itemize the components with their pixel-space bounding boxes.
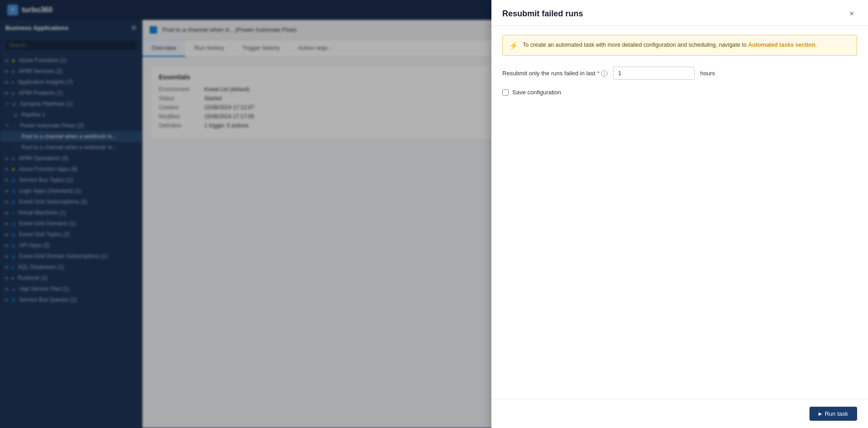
save-config-label: Save configuration [512, 89, 561, 96]
form-label-text: Resubmit only the runs failed in last [502, 70, 595, 77]
save-config-checkbox[interactable] [502, 89, 509, 96]
info-banner: ⚡ To create an automated task with more … [502, 35, 857, 56]
automated-tasks-link[interactable]: Automated tasks section [748, 42, 815, 48]
form-row-hours: Resubmit only the runs failed in last * … [502, 67, 857, 80]
required-indicator: * [597, 70, 599, 77]
run-task-label: Run task [825, 410, 848, 417]
modal-title: Resubmit failed runs [502, 9, 583, 19]
hours-input[interactable] [613, 67, 695, 80]
resubmit-modal: Resubmit failed runs × ⚡ To create an au… [491, 0, 868, 428]
form-label: Resubmit only the runs failed in last * … [502, 70, 608, 77]
modal-close-button[interactable]: × [846, 8, 857, 19]
save-config-row: Save configuration [502, 89, 857, 96]
run-icon: ▶ [819, 411, 822, 416]
unit-label: hours [700, 70, 715, 77]
run-task-button[interactable]: ▶ Run task [809, 407, 857, 421]
modal-footer: ▶ Run task [491, 399, 868, 428]
info-banner-text: To create an automated task with more de… [523, 41, 817, 50]
info-banner-icon: ⚡ [509, 41, 518, 50]
modal-body: ⚡ To create an automated task with more … [491, 26, 868, 399]
tooltip-icon[interactable]: i [601, 70, 608, 77]
modal-header: Resubmit failed runs × [491, 0, 868, 26]
